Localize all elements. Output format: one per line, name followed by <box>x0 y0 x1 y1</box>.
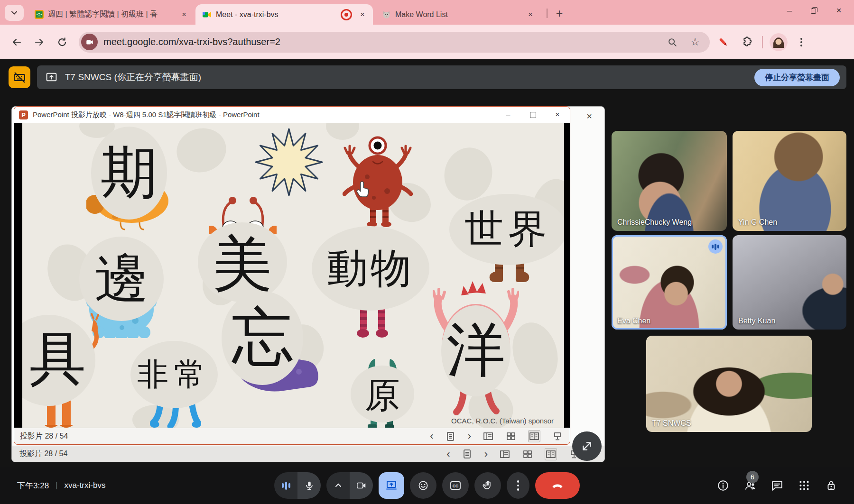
slideshow-controls: ‹ › <box>430 428 563 444</box>
next-slide-button[interactable]: › <box>484 449 488 459</box>
camera-icon[interactable] <box>350 472 373 499</box>
expand-button[interactable] <box>572 431 602 461</box>
search-icon[interactable] <box>665 35 679 49</box>
tab-close-button[interactable]: × <box>178 9 190 20</box>
tab-title: Meet - xva-trxi-bvs <box>216 10 341 19</box>
participants-button[interactable]: 6 <box>743 479 757 492</box>
slide-sorter-view-button[interactable] <box>505 431 517 442</box>
word-card-mei: 美 <box>198 193 288 303</box>
browser-menu-button[interactable] <box>792 33 810 51</box>
chevron-down-icon <box>10 9 18 17</box>
back-window-close-button[interactable]: × <box>583 110 596 123</box>
recording-indicator-icon <box>341 9 352 20</box>
menu-page-icon[interactable] <box>445 431 456 442</box>
meet-control-bar: 下午3:28 | xva-trxi-bvs <box>0 467 854 504</box>
camera-permission-icon[interactable] <box>81 34 98 50</box>
ppt-close-button[interactable]: × <box>545 107 570 123</box>
window-controls: – × <box>777 0 851 21</box>
participant-tile-chrissie[interactable]: ChrissieChucky Weng <box>612 131 727 231</box>
menu-page-icon[interactable] <box>462 449 473 460</box>
tab-classroom[interactable]: 週四 | 繁體認字閱讀 | 初級班 | 香 × <box>28 4 195 25</box>
bookmark-star-icon[interactable]: ☆ <box>688 35 702 49</box>
participant-name: ChrissieChucky Weng <box>617 218 692 227</box>
word-card-shijie: 世界 <box>449 194 564 289</box>
back-arrow-icon <box>11 37 22 48</box>
forward-button[interactable] <box>30 33 48 51</box>
hand-icon <box>482 480 493 491</box>
url-bar[interactable]: meet.google.com/xva-trxi-bvs?authuser=2 … <box>79 32 710 53</box>
reading-view-button[interactable] <box>528 430 540 442</box>
back-button[interactable] <box>8 33 26 51</box>
browser-tab-bar: 週四 | 繁體認字閱讀 | 初級班 | 香 × Meet - xva-trxi-… <box>0 0 854 25</box>
open-in-full-icon <box>581 440 593 452</box>
next-slide-button[interactable]: › <box>468 431 471 441</box>
tab-close-button[interactable]: × <box>357 9 368 20</box>
powerpoint-window-title: PowerPoint 投影片放映 - W8-週四 5.00 S1認字閱讀班初級 … <box>33 110 260 119</box>
microphone-icon[interactable] <box>297 472 321 499</box>
powerpoint-window[interactable]: P PowerPoint 投影片放映 - W8-週四 5.00 S1認字閱讀班初… <box>14 106 570 445</box>
smiley-icon <box>418 480 429 491</box>
ppt-maximize-button[interactable] <box>520 107 545 123</box>
normal-view-button[interactable] <box>483 431 494 442</box>
participant-tile-t7[interactable]: T7 SNWCS <box>646 336 812 432</box>
chat-button[interactable] <box>770 479 784 492</box>
window-restore-button[interactable] <box>802 0 826 21</box>
window-minimize-button[interactable]: – <box>777 0 802 21</box>
raise-hand-button[interactable] <box>474 472 501 499</box>
chat-icon <box>771 479 783 492</box>
extensions-puzzle-icon[interactable] <box>737 33 755 51</box>
meeting-info: 下午3:28 | xva-trxi-bvs <box>17 467 105 504</box>
reactions-button[interactable] <box>410 472 436 499</box>
captions-button[interactable]: CC <box>442 472 469 499</box>
participant-tile-betty[interactable]: Betty Kuan <box>733 235 846 330</box>
normal-view-button[interactable] <box>499 449 511 460</box>
tab-wordlist[interactable]: Make Word List × <box>375 4 541 25</box>
participant-name: T7 SNWCS <box>652 419 691 428</box>
tab-meet[interactable]: Meet - xva-trxi-bvs × <box>195 4 373 25</box>
word-card-yang: 洋 <box>433 279 519 425</box>
slide-decor-ellipse <box>172 123 231 178</box>
stop-sharing-button[interactable]: 停止分享螢幕畫面 <box>754 69 840 86</box>
present-screen-button[interactable] <box>379 472 404 499</box>
microphone-control[interactable] <box>274 472 321 499</box>
camera-control[interactable] <box>326 472 373 499</box>
lock-person-icon <box>825 479 837 492</box>
captions-unavailable-badge[interactable] <box>9 66 30 88</box>
powerpoint-titlebar: P PowerPoint 投影片放映 - W8-週四 5.00 S1認字閱讀班初… <box>14 107 570 123</box>
profile-avatar[interactable] <box>770 33 788 51</box>
powerpoint-logo-icon: P <box>19 110 28 119</box>
host-controls-button[interactable] <box>825 479 838 492</box>
url-text[interactable]: meet.google.com/xva-trxi-bvs?authuser=2 <box>103 37 657 47</box>
reload-button[interactable] <box>53 33 71 51</box>
ppt-minimize-button[interactable]: – <box>496 107 520 123</box>
marker-extension-icon[interactable] <box>715 33 733 51</box>
tab-title: Make Word List <box>395 10 525 19</box>
slideshow-controls: ‹ › <box>446 446 580 462</box>
previous-slide-button[interactable]: ‹ <box>430 431 433 441</box>
slideshow-view-button[interactable] <box>552 431 563 442</box>
speaking-indicator-icon <box>708 239 723 254</box>
vocab-word: 邊 <box>79 252 164 306</box>
meeting-details-button[interactable] <box>716 479 730 492</box>
browser-toolbar: meet.google.com/xva-trxi-bvs?authuser=2 … <box>0 25 854 59</box>
vocab-word: 美 <box>198 235 287 294</box>
sponsor-text: OCAC, R.O.C. (Taiwan) sponsor <box>451 417 554 425</box>
new-tab-button[interactable]: + <box>551 5 567 21</box>
tab-close-button[interactable]: × <box>525 9 536 20</box>
vocab-word: 期 <box>91 145 167 202</box>
chevron-up-icon[interactable] <box>326 472 350 499</box>
slide-sorter-view-button[interactable] <box>522 449 533 460</box>
captions-icon: CC <box>449 479 462 492</box>
leave-call-button[interactable] <box>535 472 580 499</box>
window-close-button[interactable]: × <box>826 0 851 21</box>
vocab-word: 世界 <box>449 210 564 249</box>
participant-tile-eva[interactable]: Eva Chen <box>612 235 727 330</box>
tab-search-button[interactable] <box>5 5 24 21</box>
participant-tile-yin[interactable]: Yin G Chen <box>733 131 846 231</box>
previous-slide-button[interactable]: ‹ <box>446 449 450 459</box>
activities-button[interactable] <box>798 479 811 492</box>
info-icon <box>717 479 729 492</box>
reading-view-button[interactable] <box>545 448 557 460</box>
more-options-button[interactable] <box>507 472 529 499</box>
vocab-word: 原 <box>351 378 414 413</box>
